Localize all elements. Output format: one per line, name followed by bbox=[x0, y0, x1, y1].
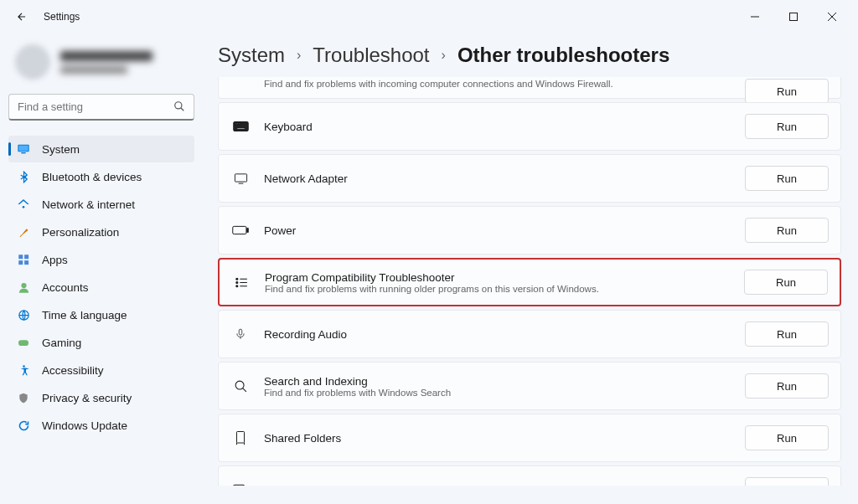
svg-point-34 bbox=[235, 381, 244, 389]
sidebar-item-accessibility[interactable]: Accessibility bbox=[8, 357, 194, 383]
video-icon bbox=[232, 484, 249, 486]
troubleshooter-row: Shared FoldersRun bbox=[218, 414, 841, 462]
sidebar-item-network-internet[interactable]: Network & internet bbox=[8, 191, 194, 218]
titlebar: Settings bbox=[0, 0, 858, 33]
globe-icon bbox=[17, 308, 30, 321]
troubleshooter-list[interactable]: Find and fix problems with incoming comp… bbox=[218, 77, 846, 486]
keyboard-icon bbox=[232, 121, 249, 132]
svg-rect-19 bbox=[235, 123, 236, 125]
svg-rect-1 bbox=[790, 13, 798, 21]
sidebar-item-system[interactable]: System bbox=[8, 136, 194, 162]
sidebar-item-label: Personalization bbox=[42, 226, 119, 239]
crumb-system[interactable]: System bbox=[218, 44, 285, 67]
chevron-right-icon: › bbox=[297, 48, 301, 63]
battery-icon bbox=[232, 225, 249, 235]
troubleshooter-row: Find and fix problems with incoming comp… bbox=[218, 77, 841, 99]
monitor-icon bbox=[232, 172, 249, 186]
svg-point-27 bbox=[235, 278, 237, 280]
row-name: Program Compatibility Troubleshooter bbox=[265, 271, 729, 284]
game-icon bbox=[17, 336, 30, 349]
nav: SystemBluetooth & devicesNetwork & inter… bbox=[8, 136, 194, 439]
svg-rect-11 bbox=[24, 255, 28, 259]
sidebar-item-apps[interactable]: Apps bbox=[8, 246, 194, 273]
back-button[interactable] bbox=[12, 7, 32, 27]
svg-rect-23 bbox=[235, 173, 246, 181]
row-desc: Find and fix problems with Windows Searc… bbox=[264, 388, 730, 398]
crumb-troubleshoot[interactable]: Troubleshoot bbox=[313, 44, 429, 67]
run-button[interactable]: Run bbox=[744, 270, 828, 295]
mic-icon bbox=[232, 327, 249, 342]
sidebar-item-privacy-security[interactable]: Privacy & security bbox=[8, 384, 194, 411]
monitor-icon bbox=[17, 142, 30, 156]
run-button[interactable]: Run bbox=[745, 114, 829, 139]
svg-rect-8 bbox=[21, 152, 25, 153]
search-box[interactable] bbox=[8, 94, 194, 121]
apps-icon bbox=[17, 253, 30, 266]
chevron-right-icon: › bbox=[442, 48, 446, 63]
accessibility-icon bbox=[17, 363, 30, 377]
close-button[interactable] bbox=[813, 3, 851, 30]
sidebar-item-label: Accessibility bbox=[42, 364, 104, 377]
window-title: Settings bbox=[44, 11, 80, 23]
sidebar-item-gaming[interactable]: Gaming bbox=[8, 329, 194, 356]
svg-line-5 bbox=[181, 108, 184, 111]
svg-line-35 bbox=[242, 388, 246, 391]
svg-rect-13 bbox=[24, 260, 28, 265]
minimize-button[interactable] bbox=[736, 3, 774, 30]
troubleshooter-row: PowerRun bbox=[218, 206, 841, 255]
sidebar-item-label: Privacy & security bbox=[42, 392, 132, 404]
svg-point-17 bbox=[23, 365, 25, 368]
run-button[interactable]: Run bbox=[745, 425, 829, 450]
row-name: Power bbox=[264, 224, 730, 237]
run-button[interactable]: Run bbox=[745, 321, 829, 347]
row-name: Keyboard bbox=[264, 121, 730, 133]
sidebar-item-time-language[interactable]: Time & language bbox=[8, 301, 194, 328]
row-name: Search and Indexing bbox=[264, 375, 730, 388]
svg-rect-12 bbox=[18, 260, 23, 265]
sidebar-item-windows-update[interactable]: Windows Update bbox=[8, 412, 194, 439]
svg-rect-16 bbox=[18, 340, 28, 346]
troubleshooter-row: Recording AudioRun bbox=[218, 310, 841, 358]
sidebar-item-label: System bbox=[42, 143, 80, 156]
sidebar-item-label: Bluetooth & devices bbox=[42, 171, 142, 183]
svg-rect-36 bbox=[237, 432, 245, 444]
bluetooth-icon bbox=[17, 170, 30, 183]
troubleshooter-row: KeyboardRun bbox=[218, 102, 841, 151]
row-desc: Find and fix problems with incoming comp… bbox=[264, 79, 730, 89]
svg-point-4 bbox=[175, 102, 182, 109]
svg-point-29 bbox=[235, 281, 237, 283]
user-block[interactable] bbox=[8, 39, 194, 85]
sidebar-item-personalization[interactable]: Personalization bbox=[8, 219, 194, 245]
troubleshooter-row: Search and IndexingFind and fix problems… bbox=[218, 362, 841, 410]
sidebar-item-accounts[interactable]: Accounts bbox=[8, 274, 194, 301]
troubleshooter-row: Network AdapterRun bbox=[218, 154, 841, 203]
svg-rect-39 bbox=[233, 485, 244, 486]
run-button[interactable]: Run bbox=[745, 477, 829, 486]
svg-point-14 bbox=[21, 282, 26, 287]
svg-rect-7 bbox=[18, 146, 28, 152]
main-content: System › Troubleshoot › Other troublesho… bbox=[203, 33, 858, 504]
brush-icon bbox=[17, 225, 30, 239]
row-name: Shared Folders bbox=[264, 432, 730, 445]
maximize-button[interactable] bbox=[774, 3, 813, 30]
run-button[interactable]: Run bbox=[745, 373, 829, 399]
sidebar-item-label: Accounts bbox=[42, 281, 89, 294]
svg-rect-21 bbox=[239, 123, 240, 125]
breadcrumb: System › Troubleshoot › Other troublesho… bbox=[218, 44, 846, 67]
crumb-current: Other troubleshooters bbox=[457, 44, 669, 67]
svg-point-9 bbox=[23, 206, 25, 208]
svg-rect-33 bbox=[239, 329, 242, 335]
svg-rect-25 bbox=[233, 226, 246, 234]
run-button[interactable]: Run bbox=[745, 218, 829, 243]
wifi-icon bbox=[17, 198, 30, 211]
run-button[interactable]: Run bbox=[745, 166, 829, 191]
sidebar: SystemBluetooth & devicesNetwork & inter… bbox=[0, 33, 203, 504]
search-input[interactable] bbox=[9, 95, 194, 119]
troubleshooter-row: Video PlaybackRun bbox=[218, 465, 841, 486]
row-desc: Find and fix problems with running older… bbox=[265, 284, 729, 294]
svg-rect-10 bbox=[18, 255, 23, 259]
update-icon bbox=[17, 419, 30, 432]
search-icon bbox=[232, 379, 249, 393]
run-button[interactable]: Run bbox=[745, 79, 829, 104]
sidebar-item-bluetooth-devices[interactable]: Bluetooth & devices bbox=[8, 163, 194, 190]
